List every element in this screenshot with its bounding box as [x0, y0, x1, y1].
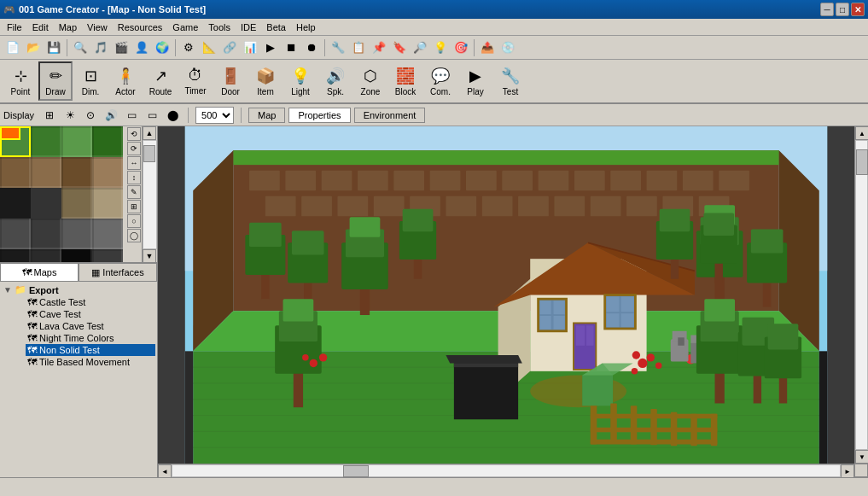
tile-canvas[interactable]	[0, 126, 123, 263]
tb-btn-4[interactable]: 👤	[132, 38, 151, 57]
hscroll-thumb[interactable]	[343, 465, 369, 477]
tb-btn-12[interactable]: ⏺	[302, 38, 321, 57]
new-button[interactable]: 📄	[3, 38, 22, 57]
svg-rect-25	[518, 196, 549, 217]
menu-view[interactable]: View	[82, 20, 113, 34]
display-rect-icon[interactable]: ▭	[123, 107, 140, 124]
tb-btn-8[interactable]: 🔗	[220, 38, 239, 57]
hscroll-left[interactable]: ◄	[158, 464, 172, 477]
tile-scroll-thumb[interactable]	[143, 145, 155, 162]
display-border-icon[interactable]: ▭	[143, 107, 160, 124]
tool-test[interactable]: 🔧 Test	[493, 61, 527, 101]
zoom-select[interactable]: 500 400 300 200 100	[195, 107, 234, 124]
tool-rotate-cw[interactable]: ⟲	[127, 127, 141, 141]
menu-tools[interactable]: Tools	[203, 20, 236, 34]
svg-rect-74	[620, 296, 633, 312]
svg-rect-3	[233, 150, 779, 165]
tb-btn-11[interactable]: ⏹	[282, 38, 300, 57]
minimize-button[interactable]: ─	[820, 3, 834, 16]
tool-block[interactable]: 🧱 Block	[388, 61, 422, 101]
tab-properties[interactable]: Properties	[288, 108, 350, 123]
tb-btn-3[interactable]: 🎬	[112, 38, 131, 57]
tool-grid[interactable]: ⊞	[127, 200, 141, 213]
tool-item-label: Item	[257, 87, 273, 96]
tree-item-non-solid[interactable]: 🗺 Non Solid Test	[26, 344, 155, 356]
svg-rect-6	[322, 171, 352, 191]
tb-btn-17[interactable]: 🔎	[411, 38, 429, 57]
tool-flip-v[interactable]: ↕	[127, 171, 141, 184]
tool-door[interactable]: 🚪 Door	[213, 61, 248, 101]
close-button[interactable]: ✕	[851, 3, 865, 16]
display-light-icon[interactable]: ☀	[61, 107, 79, 124]
tool-draw[interactable]: ✏ Draw	[38, 61, 73, 101]
tile-scroll-down[interactable]: ▼	[143, 249, 156, 263]
tool-select-circle[interactable]: ◯	[127, 229, 141, 242]
tool-actor[interactable]: 🧍 Actor	[108, 61, 143, 101]
tb-btn-16[interactable]: 🔖	[390, 38, 409, 57]
tb-btn-13[interactable]: 🔧	[329, 38, 347, 57]
tool-pencil[interactable]: ✎	[127, 185, 141, 199]
tb-btn-9[interactable]: 📊	[241, 38, 259, 57]
tb-btn-15[interactable]: 📌	[370, 38, 388, 57]
tb-btn-21[interactable]: 💿	[498, 38, 517, 57]
tool-light[interactable]: 💡 Light	[283, 61, 317, 101]
tb-btn-2[interactable]: 🎵	[91, 38, 110, 57]
display-dot-icon[interactable]: ⬤	[164, 107, 181, 124]
tool-point[interactable]: ⊹ Point	[3, 61, 38, 101]
tb-btn-19[interactable]: 🎯	[451, 38, 470, 57]
tool-rotate-ccw[interactable]: ⟳	[127, 142, 141, 155]
tb-btn-6[interactable]: ⚙	[179, 38, 198, 57]
tb-btn-14[interactable]: 📋	[349, 38, 368, 57]
tb-btn-10[interactable]: ▶	[261, 38, 280, 57]
tool-play[interactable]: ▶ Play	[458, 61, 492, 101]
menu-file[interactable]: File	[2, 20, 27, 34]
tree-item-cave-test[interactable]: 🗺 Cave Test	[26, 308, 155, 320]
svg-point-123	[302, 354, 309, 361]
tool-timer[interactable]: ⏱ Timer	[178, 61, 213, 101]
display-view-icon[interactable]: ⊙	[82, 107, 99, 124]
save-button[interactable]: 💾	[44, 38, 63, 57]
tool-route[interactable]: ↗ Route	[143, 61, 178, 101]
vscroll-thumb[interactable]	[856, 149, 868, 175]
tab-map[interactable]: Map	[248, 108, 285, 123]
svg-rect-28	[626, 196, 657, 217]
menu-map[interactable]: Map	[54, 20, 82, 34]
tab-interfaces[interactable]: ▦ Interfaces	[79, 263, 157, 281]
tool-circle[interactable]: ○	[127, 214, 141, 228]
menu-beta[interactable]: Beta	[261, 20, 291, 34]
open-button[interactable]: 📂	[24, 38, 43, 57]
tree-item-night-colors[interactable]: 🗺 Night Time Colors	[26, 332, 155, 344]
menu-ide[interactable]: IDE	[236, 20, 261, 34]
svg-rect-20	[338, 196, 369, 217]
tree-item-castle-test[interactable]: 🗺 Castle Test	[26, 296, 155, 308]
hscroll-right[interactable]: ►	[841, 464, 854, 477]
tb-btn-7[interactable]: 📐	[200, 38, 218, 57]
maximize-button[interactable]: □	[836, 3, 849, 16]
tool-zone[interactable]: ⬡ Zone	[353, 61, 387, 101]
tool-spk[interactable]: 🔊 Spk.	[318, 61, 352, 101]
tool-com[interactable]: 💬 Com.	[423, 61, 457, 101]
menu-help[interactable]: Help	[291, 20, 321, 34]
tile-scroll-up[interactable]: ▲	[143, 126, 156, 140]
tb-btn-20[interactable]: 📤	[478, 38, 497, 57]
menu-edit[interactable]: Edit	[27, 20, 54, 34]
tree-item-tile-movement[interactable]: 🗺 Tile Based Movement	[26, 356, 155, 368]
menu-game[interactable]: Game	[167, 20, 203, 34]
display-grid-icon[interactable]: ⊞	[41, 107, 58, 124]
vscroll-up[interactable]: ▲	[855, 126, 868, 140]
tree-item-label-night: Night Time Colors	[39, 333, 114, 343]
tb-btn-1[interactable]: 🔍	[71, 38, 90, 57]
tab-environment[interactable]: Environment	[354, 108, 426, 123]
tab-maps[interactable]: 🗺 Maps	[0, 263, 79, 281]
tool-dim[interactable]: ⊡ Dim.	[73, 61, 108, 101]
tool-flip-h[interactable]: ↔	[127, 156, 141, 170]
display-sound-icon[interactable]: 🔊	[102, 107, 119, 124]
tb-btn-18[interactable]: 💡	[431, 38, 450, 57]
menu-resources[interactable]: Resources	[113, 20, 168, 34]
tb-btn-5[interactable]: 🌍	[153, 38, 172, 57]
tool-item[interactable]: 📦 Item	[248, 61, 283, 101]
vscroll-down[interactable]: ▼	[855, 450, 868, 464]
tree-root-export[interactable]: ▼ 📁 Export	[2, 283, 155, 296]
svg-rect-114	[591, 414, 718, 419]
tree-item-lava-cave[interactable]: 🗺 Lava Cave Test	[26, 320, 155, 332]
